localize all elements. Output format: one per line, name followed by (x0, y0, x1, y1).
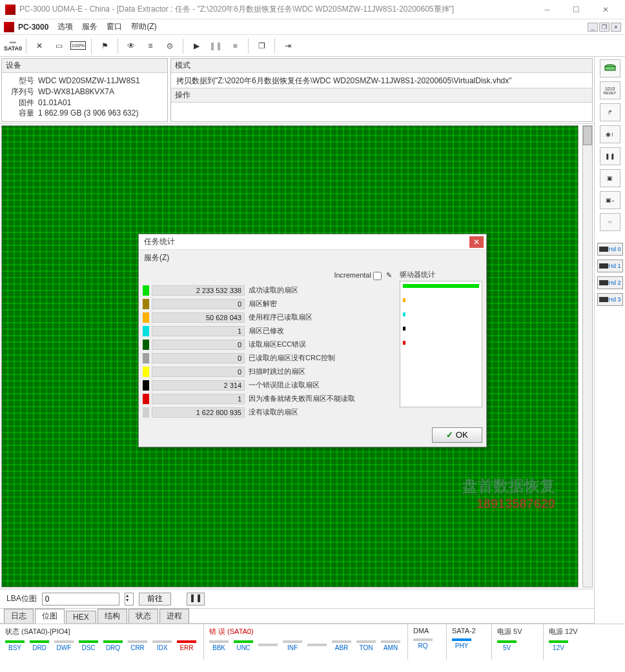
window-titlebar: PC-3000 UDMA-E - China - [Data Extractor… (0, 0, 625, 19)
stat-color-swatch (143, 394, 149, 404)
tab-structure[interactable]: 结构 (97, 609, 127, 623)
stat-value: 0 (152, 299, 245, 309)
dialog-close-button[interactable]: ✕ (469, 236, 484, 248)
device-panel-title: 设备 (2, 59, 167, 73)
container-icon[interactable]: ▭ (50, 37, 68, 55)
status-flag-12v: 12V (548, 639, 569, 652)
bottom-controls: LBA位图 ▲▼ 前往 ❚❚ (0, 589, 594, 608)
stat-label: 成功读取的扇区 (249, 285, 298, 295)
close-button[interactable]: ✕ (591, 1, 620, 19)
head-1-button[interactable]: Hd 1 (597, 260, 623, 272)
status-flag-blank (257, 639, 279, 652)
lba-spinner[interactable]: ▲▼ (125, 593, 134, 606)
minimize-button[interactable]: ─ (533, 1, 562, 19)
status-flag-bbk: BBK (208, 639, 230, 652)
mdi-restore-button[interactable]: ❐ (599, 23, 610, 32)
stat-label: 因为准备就绪失败而扇区不能读取 (249, 394, 355, 403)
status-flag-drd: DRD (28, 639, 50, 652)
stat-label: 读取扇区ECC错误 (249, 340, 306, 349)
operation-panel-title: 操作 (171, 88, 592, 103)
percent-icon[interactable]: 100% (69, 37, 87, 55)
lba-input[interactable] (42, 593, 119, 606)
tab-status[interactable]: 状态 (128, 609, 158, 623)
lba-label: LBA位图 (6, 593, 37, 604)
binoculars-icon[interactable]: 👁 (122, 37, 140, 55)
stat-row: 1 扇区已修改 (143, 325, 394, 338)
stat-color-swatch (143, 380, 149, 391)
tools-icon[interactable]: ✕ (30, 37, 48, 55)
stats-column: Incremental ✎ 2 233 532 338 成功读取的扇区 0 扇区… (143, 270, 394, 420)
dialog-title-text: 任务统计 (141, 236, 469, 247)
stop-button[interactable]: ■ (226, 37, 244, 55)
tab-bitmap[interactable]: 位图 (35, 609, 65, 624)
status-flag-dwf: DWF (53, 639, 75, 652)
menu-service[interactable]: 服务 (82, 21, 97, 32)
sata-port-button[interactable]: ⎓⎓SATA0 (4, 37, 22, 55)
stat-value: 1 (152, 326, 245, 336)
incremental-checkbox[interactable] (373, 272, 382, 280)
go-button[interactable]: 前往 (139, 593, 171, 606)
stat-color-swatch (143, 285, 149, 296)
disk-icon[interactable]: ⊝ (161, 37, 179, 55)
device-serial-value: WD-WX81AB8KVX7A (38, 87, 114, 97)
device-capacity-value: 1 862.99 GB (3 906 963 632) (38, 108, 138, 119)
dialog-menu-service[interactable]: 服务(Z) (139, 250, 486, 266)
stat-label: 已读取的扇区没有CRC控制 (249, 353, 335, 363)
play-button[interactable]: ▶ (187, 37, 205, 55)
side-disk-icon[interactable] (600, 59, 620, 77)
side-conn-icon[interactable]: ⎓ (600, 213, 620, 231)
maximize-button[interactable]: ☐ (562, 1, 591, 19)
head-0-button[interactable]: Hd 0 (597, 243, 623, 256)
bottom-pause-button[interactable]: ❚❚ (187, 593, 205, 606)
info-row: 设备 型号WDC WD20SMZW-11JW8S1 序列号WD-WX81AB8K… (0, 57, 594, 124)
mdi-close-button[interactable]: × (611, 23, 621, 32)
side-chip1-icon[interactable]: ▣ (600, 169, 620, 187)
status-group-error: 错 误 (SATA0) BBKUNCINFABRTONAMN (204, 624, 408, 660)
stat-value: 1 622 800 935 (152, 407, 245, 418)
status-flag-rq: RQ (412, 637, 434, 650)
tabbar: 日志 位图 HEX 结构 状态 进程 (0, 608, 594, 624)
status-group-sata2: SATA-2 PHY (447, 624, 492, 660)
menu-help[interactable]: 帮助(Z) (131, 21, 156, 32)
stat-row: 1 因为准备就绪失败而扇区不能读取 (143, 392, 394, 405)
dialog-titlebar[interactable]: 任务统计 ✕ (139, 234, 486, 250)
copy-icon[interactable]: ❐ (252, 37, 271, 55)
side-pause-icon[interactable]: ❚❚ (600, 147, 620, 165)
svg-rect-1 (605, 66, 615, 70)
ok-button[interactable]: OK (432, 427, 482, 443)
drive-stat-bar (403, 312, 405, 316)
status-error-title: 错 误 (SATA0) (207, 626, 405, 638)
side-chip2-icon[interactable]: ▣₊ (600, 191, 620, 209)
drive-stats-box (400, 281, 482, 407)
status-5v-title: 电源 5V (495, 626, 540, 638)
head-2-button[interactable]: Hd 2 (597, 276, 623, 289)
menu-window[interactable]: 窗口 (107, 21, 122, 32)
stat-value: 0 (152, 367, 245, 377)
flag-icon[interactable]: ⚑ (96, 37, 114, 55)
stat-row: 50 628 043 使用程序已读取扇区 (143, 311, 394, 324)
toolbar: ⎓⎓SATA0 ✕ ▭ 100% ⚑ 👁 ≡ ⊝ ▶ ❚❚ ■ ❐ ⇥ (0, 35, 625, 57)
menu-options[interactable]: 选项 (57, 21, 73, 32)
pause-button[interactable]: ❚❚ (207, 37, 225, 55)
tab-hex[interactable]: HEX (66, 611, 96, 623)
edit-icon[interactable]: ✎ (386, 271, 392, 279)
tab-process[interactable]: 进程 (159, 609, 189, 623)
side-arrow1-icon[interactable]: ↱ (600, 103, 620, 121)
stat-color-swatch (143, 340, 149, 350)
status-flag-abr: ABR (331, 639, 353, 652)
stat-label: 使用程序已读取扇区 (249, 312, 312, 322)
exit-icon[interactable]: ⇥ (279, 37, 297, 55)
stat-color-swatch (143, 407, 149, 418)
mdi-minimize-button[interactable]: _ (588, 23, 598, 32)
side-gauge-icon[interactable]: ◉↕ (600, 125, 620, 143)
map-scrollbar[interactable] (582, 125, 593, 587)
status-sata2-title: SATA-2 (449, 626, 489, 636)
sectors-icon[interactable]: ≡ (141, 37, 159, 55)
status-flag-drq: DRQ (102, 639, 124, 652)
status-flag-bsy: BSY (4, 639, 26, 652)
mode-copy-line: 拷贝数据到"Z:\2020年6月数据恢复任务\WDC WD20SMZW-11JW… (176, 76, 512, 85)
side-reset-button[interactable]: 1010RESET (600, 81, 620, 99)
tab-log[interactable]: 日志 (4, 609, 34, 623)
status-main-title: 状态 (SATA0)-[PIO4] (3, 626, 201, 638)
head-3-button[interactable]: Hd 3 (597, 293, 623, 306)
